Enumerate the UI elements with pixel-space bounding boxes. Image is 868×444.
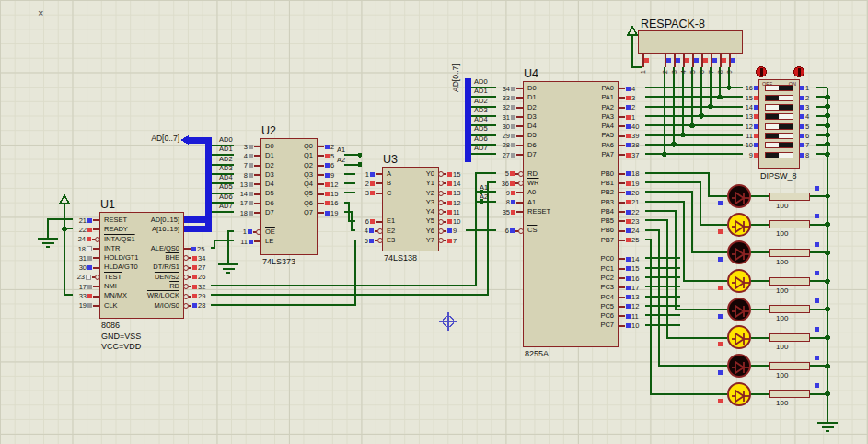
net-label[interactable]: AD1 xyxy=(219,145,233,154)
pin-row[interactable]: 18 xyxy=(72,244,100,253)
dip-switch-8[interactable]: OFF ON 161514131211109 12345678 DIPSW_8 xyxy=(758,79,800,169)
net-label[interactable]: AD2 xyxy=(474,97,488,106)
led[interactable] xyxy=(727,354,751,378)
pin-row[interactable]: 18 xyxy=(234,208,261,217)
pin-row[interactable]: 9 xyxy=(744,150,759,159)
net-label[interactable]: AD2 xyxy=(219,155,233,164)
pin-row[interactable]: 27 xyxy=(183,263,211,272)
pin-row[interactable]: 8 xyxy=(799,150,815,159)
pin-row[interactable]: 2 xyxy=(618,103,644,112)
pin-row[interactable]: 3 xyxy=(355,189,383,198)
pin-row[interactable]: 10 xyxy=(618,321,644,330)
pin-row[interactable]: 18 xyxy=(618,169,644,179)
pin-row[interactable]: 28 xyxy=(496,141,524,150)
pin-row[interactable]: 10 xyxy=(744,141,759,150)
pin-row[interactable]: 24 xyxy=(618,226,644,235)
pin-row[interactable]: 36 xyxy=(496,179,524,188)
respack-pin[interactable]: 1 xyxy=(639,54,648,76)
pin-row[interactable]: 33 xyxy=(496,93,524,102)
pin-row[interactable]: 9 xyxy=(496,188,524,197)
pin-row[interactable]: 5 xyxy=(496,169,524,179)
pin-row[interactable]: 14 xyxy=(744,102,759,111)
respack-pin[interactable]: 3 xyxy=(670,54,679,76)
pin-row[interactable]: 12 xyxy=(317,180,343,189)
net-label[interactable]: AD7 xyxy=(474,144,488,153)
chip-u1-8086[interactable]: U1 21222418313023173319 25342726322928 R… xyxy=(99,212,184,319)
pin-row[interactable]: 5 xyxy=(317,151,343,160)
pin-row[interactable]: 5 xyxy=(355,236,383,245)
dip-switch-toggle[interactable] xyxy=(765,131,793,140)
pin-row[interactable]: 21 xyxy=(72,216,100,225)
pin-row[interactable]: 17 xyxy=(72,282,100,291)
net-label-a2-u4[interactable]: A2 xyxy=(480,193,488,201)
resistor[interactable]: 100 xyxy=(769,220,810,249)
pin-row[interactable]: 38 xyxy=(618,141,644,150)
pin-row[interactable]: 10 xyxy=(438,216,466,226)
pin-row[interactable]: 1 xyxy=(234,228,261,237)
pin-row[interactable]: 21 xyxy=(618,198,644,207)
net-label[interactable]: AD5 xyxy=(474,124,488,134)
pin-row[interactable]: 19 xyxy=(317,208,343,217)
resistor[interactable]: 100 xyxy=(769,333,810,362)
pin-row[interactable]: 11 xyxy=(744,131,759,140)
net-labels-u2-bus[interactable]: AD0AD1AD2AD3AD4AD5AD6AD7 xyxy=(219,135,233,211)
pin-row[interactable]: 3 xyxy=(234,142,261,151)
pin-row[interactable]: 17 xyxy=(618,283,644,292)
respack-pin[interactable]: 5 xyxy=(689,54,698,76)
pin-row[interactable]: 6 xyxy=(317,161,343,170)
resistor[interactable]: 100 xyxy=(769,390,810,418)
pin-row[interactable]: 15 xyxy=(618,264,644,274)
pin-row[interactable]: 12 xyxy=(618,302,644,311)
pin-row[interactable]: 29 xyxy=(183,291,211,300)
pin-row[interactable]: 16 xyxy=(744,84,759,93)
pin-row[interactable]: 1 xyxy=(355,169,383,179)
pin-row[interactable]: 2 xyxy=(799,93,815,102)
pin-row[interactable]: 22 xyxy=(72,225,100,234)
led[interactable] xyxy=(727,184,751,208)
dip-switch-toggle[interactable] xyxy=(765,112,793,122)
pin-row[interactable]: 13 xyxy=(618,293,644,302)
pin-row[interactable]: 13 xyxy=(438,189,466,198)
pin-row[interactable]: 23 xyxy=(618,216,644,226)
net-label[interactable]: AD5 xyxy=(219,182,233,192)
pin-row[interactable]: 7 xyxy=(799,141,815,150)
pin-row[interactable]: 11 xyxy=(618,311,644,321)
respack-pin[interactable]: 4 xyxy=(679,54,689,76)
chip-u2-74ls373[interactable]: U2 347813141718111 256912151619 D0D1D2D3… xyxy=(260,138,318,255)
led[interactable] xyxy=(727,240,751,264)
respack-pin[interactable]: 6 xyxy=(698,54,707,76)
pin-row[interactable] xyxy=(183,225,211,234)
dip-switch-toggle[interactable] xyxy=(765,93,793,102)
pin-row[interactable]: 20 xyxy=(618,188,644,197)
net-label[interactable]: AD3 xyxy=(474,106,488,115)
net-label-a1-u4[interactable]: A1 xyxy=(480,183,488,192)
pin-row[interactable]: 15 xyxy=(438,169,466,179)
pin-row[interactable]: 8 xyxy=(496,198,524,207)
pin-row[interactable]: 12 xyxy=(744,122,759,131)
pin-row[interactable]: 1 xyxy=(799,84,815,93)
net-label[interactable]: AD4 xyxy=(474,115,488,124)
respack-pin[interactable]: 7 xyxy=(707,54,716,76)
led[interactable] xyxy=(727,382,751,406)
net-label[interactable]: AD3 xyxy=(219,164,233,173)
pin-row[interactable]: 34 xyxy=(496,84,524,93)
net-label[interactable]: AD1 xyxy=(474,87,488,96)
pin-row[interactable]: 27 xyxy=(496,150,524,159)
dip-switch-toggle[interactable] xyxy=(765,141,793,150)
pin-row[interactable]: 1 xyxy=(618,112,644,122)
pin-row[interactable]: 15 xyxy=(317,189,343,198)
pin-row[interactable]: 22 xyxy=(618,207,644,216)
pin-row[interactable]: 16 xyxy=(317,199,343,208)
pin-row[interactable]: 13 xyxy=(234,180,261,189)
net-label[interactable]: AD4 xyxy=(219,173,233,182)
net-label[interactable]: AD6 xyxy=(474,134,488,144)
resistor[interactable]: 100 xyxy=(769,362,810,391)
pin-row[interactable]: 24 xyxy=(72,235,100,244)
pin-row[interactable]: 9 xyxy=(317,170,343,180)
pin-row[interactable]: 25 xyxy=(618,236,644,245)
pin-row[interactable]: 7 xyxy=(438,236,466,245)
pin-row[interactable]: 39 xyxy=(618,131,644,140)
net-label[interactable]: AD0 xyxy=(219,135,233,145)
respack-8[interactable]: RESPACK-8 123456789 xyxy=(638,30,743,54)
led[interactable] xyxy=(727,298,751,321)
